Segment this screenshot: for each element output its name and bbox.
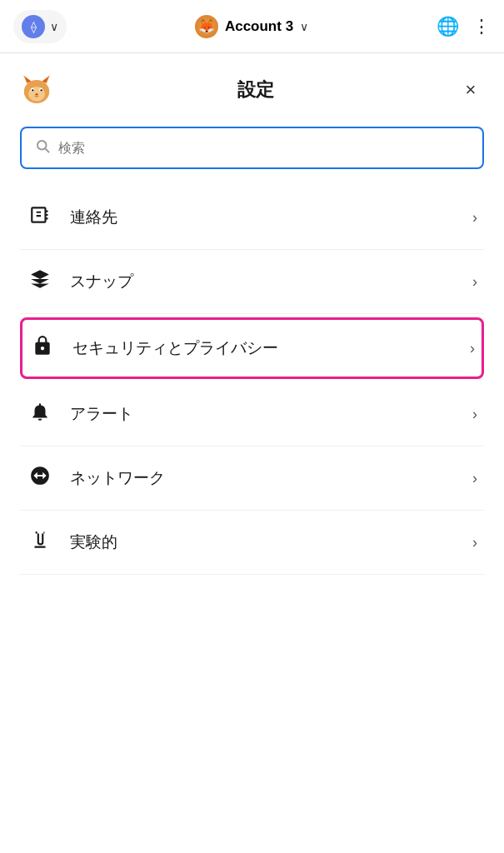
more-options-icon[interactable]: ⋮ — [472, 16, 491, 37]
settings-title: 設定 — [53, 77, 457, 102]
alerts-label: アラート — [70, 404, 133, 425]
svg-line-12 — [45, 148, 48, 152]
security-chevron-icon: › — [470, 340, 475, 357]
network-chevron-icon: › — [472, 470, 477, 487]
security-label: セキュリティとプライバシー — [72, 338, 278, 359]
contacts-chevron-icon: › — [472, 209, 477, 227]
experimental-chevron-icon: › — [472, 534, 477, 551]
eth-icon: ⟠ — [22, 15, 45, 38]
snaps-icon — [27, 268, 53, 295]
alerts-chevron-icon: › — [472, 406, 477, 423]
svg-point-8 — [32, 89, 33, 91]
search-bar — [20, 127, 484, 169]
network-chevron-icon: ∨ — [50, 20, 58, 33]
snaps-chevron-icon: › — [472, 273, 477, 291]
svg-point-9 — [40, 89, 42, 91]
network-label: ネットワーク — [70, 468, 165, 489]
global-menu-icon[interactable]: 🌐 — [437, 16, 459, 37]
contacts-label: 連絡先 — [70, 207, 117, 228]
account-selector[interactable]: 🦊 Account 3 ∨ — [195, 15, 308, 38]
network-selector[interactable]: ⟠ ∨ — [13, 10, 67, 43]
account-name: Account 3 — [225, 18, 293, 35]
account-chevron-icon: ∨ — [300, 20, 308, 33]
menu-item-experimental[interactable]: 実験的 › — [20, 511, 484, 575]
search-icon — [35, 138, 50, 157]
settings-panel: 設定 × 連絡先 › — [0, 53, 504, 575]
topbar: ⟠ ∨ 🦊 Account 3 ∨ 🌐 ⋮ — [0, 0, 504, 53]
network-icon — [27, 465, 53, 491]
menu-item-snaps[interactable]: スナップ › — [20, 250, 484, 314]
alerts-icon — [27, 401, 53, 427]
menu-item-alerts[interactable]: アラート › — [20, 382, 484, 446]
menu-item-network[interactable]: ネットワーク › — [20, 446, 484, 511]
menu-item-security[interactable]: セキュリティとプライバシー › — [20, 317, 484, 379]
settings-menu-list: 連絡先 › スナップ › セキュ — [20, 186, 484, 575]
contacts-icon — [27, 204, 53, 231]
settings-header: 設定 × — [20, 73, 484, 107]
menu-item-contacts[interactable]: 連絡先 › — [20, 186, 484, 250]
security-icon — [29, 335, 56, 362]
close-button[interactable]: × — [457, 77, 484, 103]
experimental-label: 実験的 — [70, 532, 117, 553]
search-input[interactable] — [58, 141, 469, 156]
svg-point-10 — [35, 93, 37, 95]
account-avatar: 🦊 — [195, 15, 218, 38]
metamask-logo — [20, 73, 53, 107]
snaps-label: スナップ — [70, 272, 133, 292]
experimental-icon — [27, 529, 53, 556]
topbar-actions: 🌐 ⋮ — [437, 16, 491, 37]
